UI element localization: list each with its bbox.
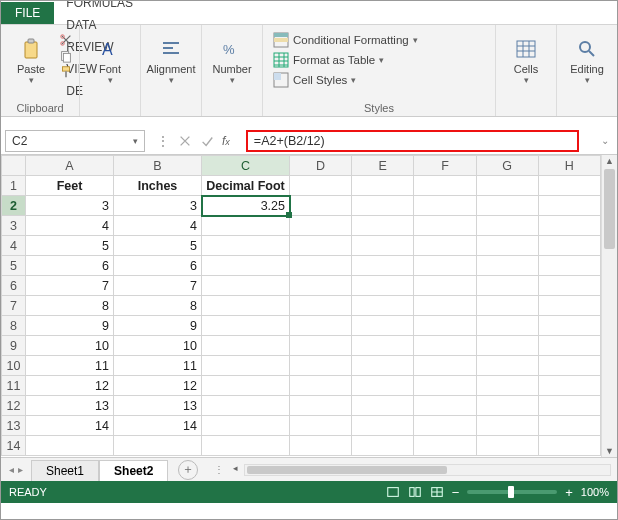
- cell-F5[interactable]: [414, 256, 476, 276]
- cell-H13[interactable]: [538, 416, 600, 436]
- cell-E9[interactable]: [352, 336, 414, 356]
- row-header-14[interactable]: 14: [2, 436, 26, 456]
- cell-E4[interactable]: [352, 236, 414, 256]
- row-header-1[interactable]: 1: [2, 176, 26, 196]
- cell-G1[interactable]: [476, 176, 538, 196]
- cell-F13[interactable]: [414, 416, 476, 436]
- row-header-6[interactable]: 6: [2, 276, 26, 296]
- cell-A7[interactable]: 8: [26, 296, 114, 316]
- cell-C7[interactable]: [202, 296, 290, 316]
- zoom-level-label[interactable]: 100%: [581, 486, 609, 498]
- cell-C10[interactable]: [202, 356, 290, 376]
- cell-B8[interactable]: 9: [114, 316, 202, 336]
- sheet-tab-sheet1[interactable]: Sheet1: [31, 460, 99, 481]
- cell-F4[interactable]: [414, 236, 476, 256]
- page-layout-view-icon[interactable]: [408, 485, 422, 499]
- cell-G2[interactable]: [476, 196, 538, 216]
- cell-B2[interactable]: 3: [114, 196, 202, 216]
- row-header-9[interactable]: 9: [2, 336, 26, 356]
- vscroll-thumb[interactable]: [604, 169, 615, 249]
- row-header-12[interactable]: 12: [2, 396, 26, 416]
- cancel-edit-icon[interactable]: [178, 134, 192, 148]
- cell-H3[interactable]: [538, 216, 600, 236]
- vertical-scrollbar[interactable]: ▲ ▼: [601, 155, 617, 457]
- formula-more-icon[interactable]: ⋮: [157, 134, 170, 148]
- cell-D11[interactable]: [290, 376, 352, 396]
- font-button[interactable]: A Font ▾: [86, 29, 134, 93]
- cell-B4[interactable]: 5: [114, 236, 202, 256]
- cell-D14[interactable]: [290, 436, 352, 456]
- cell-F12[interactable]: [414, 396, 476, 416]
- column-header-A[interactable]: A: [26, 156, 114, 176]
- tab-nav-next[interactable]: ▸: [18, 464, 23, 475]
- select-all-corner[interactable]: [2, 156, 26, 176]
- cell-B1[interactable]: Inches: [114, 176, 202, 196]
- cell-E5[interactable]: [352, 256, 414, 276]
- cell-B12[interactable]: 13: [114, 396, 202, 416]
- cell-C5[interactable]: [202, 256, 290, 276]
- cell-H8[interactable]: [538, 316, 600, 336]
- tab-split-icon[interactable]: ⋮: [214, 464, 224, 475]
- cell-G3[interactable]: [476, 216, 538, 236]
- row-header-8[interactable]: 8: [2, 316, 26, 336]
- conditional-formatting-button[interactable]: Conditional Formatting▾: [271, 31, 420, 49]
- column-header-B[interactable]: B: [114, 156, 202, 176]
- cell-A6[interactable]: 7: [26, 276, 114, 296]
- cell-F9[interactable]: [414, 336, 476, 356]
- row-header-13[interactable]: 13: [2, 416, 26, 436]
- cell-B11[interactable]: 12: [114, 376, 202, 396]
- cell-E1[interactable]: [352, 176, 414, 196]
- cell-D5[interactable]: [290, 256, 352, 276]
- cell-F2[interactable]: [414, 196, 476, 216]
- scroll-up-arrow[interactable]: ▲: [602, 156, 617, 166]
- cell-C9[interactable]: [202, 336, 290, 356]
- row-header-2[interactable]: 2: [2, 196, 26, 216]
- cell-D13[interactable]: [290, 416, 352, 436]
- cell-F3[interactable]: [414, 216, 476, 236]
- page-break-view-icon[interactable]: [430, 485, 444, 499]
- ribbon-tab-formulas[interactable]: FORMULAS: [54, 0, 161, 14]
- cell-H12[interactable]: [538, 396, 600, 416]
- cell-E13[interactable]: [352, 416, 414, 436]
- cell-H11[interactable]: [538, 376, 600, 396]
- cell-C1[interactable]: Decimal Foot: [202, 176, 290, 196]
- zoom-in-button[interactable]: +: [565, 486, 573, 499]
- cell-B5[interactable]: 6: [114, 256, 202, 276]
- cell-D12[interactable]: [290, 396, 352, 416]
- normal-view-icon[interactable]: [386, 485, 400, 499]
- cell-H2[interactable]: [538, 196, 600, 216]
- cell-D4[interactable]: [290, 236, 352, 256]
- cell-H14[interactable]: [538, 436, 600, 456]
- row-header-10[interactable]: 10: [2, 356, 26, 376]
- cell-C6[interactable]: [202, 276, 290, 296]
- cell-E12[interactable]: [352, 396, 414, 416]
- formula-input[interactable]: =A2+(B2/12): [246, 130, 579, 152]
- zoom-slider-knob[interactable]: [508, 486, 514, 498]
- cell-H6[interactable]: [538, 276, 600, 296]
- cell-H1[interactable]: [538, 176, 600, 196]
- cell-F6[interactable]: [414, 276, 476, 296]
- cell-C11[interactable]: [202, 376, 290, 396]
- cell-G14[interactable]: [476, 436, 538, 456]
- cell-C12[interactable]: [202, 396, 290, 416]
- cell-A3[interactable]: 4: [26, 216, 114, 236]
- cell-C8[interactable]: [202, 316, 290, 336]
- confirm-edit-icon[interactable]: [200, 134, 214, 148]
- cell-styles-button[interactable]: Cell Styles▾: [271, 71, 420, 89]
- cell-A8[interactable]: 9: [26, 316, 114, 336]
- cell-F14[interactable]: [414, 436, 476, 456]
- formula-expand-icon[interactable]: ⌄: [601, 135, 613, 146]
- cell-E2[interactable]: [352, 196, 414, 216]
- sheet-tab-sheet2[interactable]: Sheet2: [99, 460, 168, 481]
- cell-A13[interactable]: 14: [26, 416, 114, 436]
- cell-A4[interactable]: 5: [26, 236, 114, 256]
- cell-A9[interactable]: 10: [26, 336, 114, 356]
- cell-A5[interactable]: 6: [26, 256, 114, 276]
- column-header-H[interactable]: H: [538, 156, 600, 176]
- name-box[interactable]: C2 ▾: [5, 130, 145, 152]
- cell-F1[interactable]: [414, 176, 476, 196]
- alignment-button[interactable]: Alignment ▾: [147, 29, 195, 93]
- cell-C13[interactable]: [202, 416, 290, 436]
- cell-A1[interactable]: Feet: [26, 176, 114, 196]
- cell-E3[interactable]: [352, 216, 414, 236]
